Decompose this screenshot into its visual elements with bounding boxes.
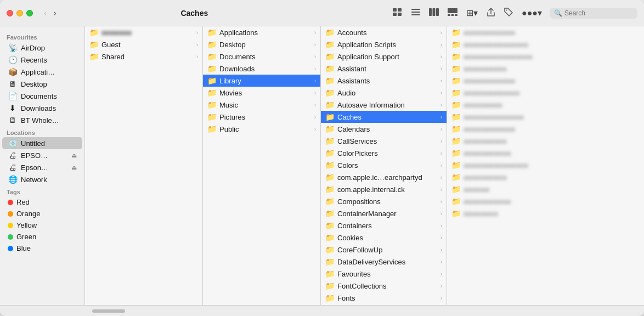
gallery-view-button[interactable] — [447, 7, 459, 19]
col2-item-desktop[interactable]: 📁 Desktop › — [203, 38, 320, 50]
tag-button[interactable] — [503, 7, 514, 20]
col3-item-fontcollections[interactable]: 📁 FontCollections › — [321, 280, 447, 292]
sidebar-item-yellow[interactable]: Yellow — [2, 219, 82, 231]
col2-item-library[interactable]: 📁 Library › — [203, 75, 320, 87]
sidebar-item-applications[interactable]: 📦 Applicati… — [2, 66, 82, 78]
col3-item-assistant[interactable]: 📁 Assistant › — [321, 63, 447, 75]
column-view-button[interactable] — [428, 7, 440, 19]
col4-item-1[interactable]: 📁 ●●●●●●●●●●●● — [447, 26, 644, 38]
col4-item-11[interactable]: 📁 ●●●●●●●●●●● — [447, 147, 644, 159]
col3-item-calendars[interactable]: 📁 Calendars › — [321, 123, 447, 135]
item-name: Audio — [337, 89, 438, 97]
col3-item-callservices[interactable]: 📁 CallServices › — [321, 135, 447, 147]
titlebar: ‹ › Caches — [0, 0, 644, 26]
sidebar-item-blue[interactable]: Blue — [2, 242, 82, 254]
sidebar-item-network[interactable]: 🌐 Network — [2, 173, 82, 185]
col4-item-3[interactable]: 📁 ●●●●●●●●●●●●●●●● — [447, 50, 644, 63]
col4-item-10[interactable]: 📁 ●●●●●●●●●● — [447, 135, 644, 147]
col4-item-14[interactable]: 📁 ●●●●●● — [447, 183, 644, 195]
sidebar-item-epso1[interactable]: 🖨 EPSO… ⏏ — [2, 149, 82, 161]
search-box[interactable]: 🔍 — [550, 8, 637, 19]
col3-item-containermanager[interactable]: 📁 ContainerManager › — [321, 207, 447, 219]
col3-item-autosave[interactable]: 📁 Autosave Information › — [321, 99, 447, 111]
eject-icon[interactable]: ⏏ — [71, 152, 77, 159]
action-button[interactable]: ●●●▾ — [521, 7, 543, 19]
col3-item-favourites[interactable]: 📁 Favourites › — [321, 268, 447, 280]
icon-view-button[interactable] — [392, 7, 404, 19]
sidebar-item-epson2[interactable]: 🖨 Epson… ⏏ — [2, 161, 82, 173]
col3-item-compositions[interactable]: 📁 Compositions › — [321, 195, 447, 207]
col3-item-datadelivery[interactable]: 📁 DataDeliveryServices › — [321, 256, 447, 268]
item-name: CallServices — [337, 137, 438, 145]
col4-item-12[interactable]: 📁 ●●●●●●●●●●●●●●● — [447, 159, 644, 171]
sidebar-item-documents[interactable]: 📄 Documents — [2, 90, 82, 102]
chevron-right-icon: › — [314, 54, 316, 60]
col2-item-documents[interactable]: 📁 Documents › — [203, 50, 320, 63]
col3-item-corefollowup[interactable]: 📁 CoreFollowUp › — [321, 244, 447, 256]
col3-item-com-apple-ic[interactable]: 📁 com.apple.ic…earchpartyd › — [321, 171, 447, 183]
sidebar-item-downloads[interactable]: ⬇ Downloads — [2, 102, 82, 114]
col4-item-5[interactable]: 📁 ●●●●●●●●●●●● — [447, 75, 644, 87]
sidebar-item-untitled[interactable]: 💿 Untitled — [2, 137, 82, 149]
col2-item-music[interactable]: 📁 Music › — [203, 99, 320, 111]
folder-icon: 📁 — [451, 137, 461, 145]
col4-item-16[interactable]: 📁 ●●●●●●●● — [447, 207, 644, 219]
sidebar-item-label: AirDrop — [21, 44, 77, 52]
col4-item-2[interactable]: 📁 ●●●●●●●●●●●●●●● — [447, 38, 644, 50]
col3-item-caches[interactable]: 📁 Caches › — [321, 111, 447, 123]
col4-item-7[interactable]: 📁 ●●●●●●●●● — [447, 99, 644, 111]
chevron-right-icon: › — [440, 235, 442, 241]
sidebar-item-desktop[interactable]: 🖥 Desktop — [2, 78, 82, 90]
col3-item-assistants[interactable]: 📁 Assistants › — [321, 75, 447, 87]
col4-item-13[interactable]: 📁 ●●●●●●●●●● — [447, 171, 644, 183]
item-name: ●●●●●●●●●● — [464, 137, 640, 145]
folder-icon: 📁 — [451, 185, 461, 194]
folder-icon: 📁 — [451, 76, 461, 85]
col4-item-4[interactable]: 📁 ●●●●●●●●●● — [447, 63, 644, 75]
sidebar-item-recents[interactable]: 🕐 Recents — [2, 54, 82, 66]
view-options-button[interactable]: ⊞▾ — [465, 7, 479, 19]
sidebar-item-green[interactable]: Green — [2, 231, 82, 242]
col3-item-containers[interactable]: 📁 Containers › — [321, 219, 447, 232]
col2-item-downloads[interactable]: 📁 Downloads › — [203, 63, 320, 75]
search-input[interactable] — [564, 9, 633, 17]
col3-item-colors[interactable]: 📁 Colors › — [321, 159, 447, 171]
item-name: Application Support — [337, 53, 438, 61]
col3-item-fonts[interactable]: 📁 Fonts › — [321, 292, 447, 304]
column-4: 📁 ●●●●●●●●●●●● 📁 ●●●●●●●●●●●●●●● 📁 ●●●●●… — [447, 26, 644, 305]
sidebar-item-btwhole[interactable]: 🖥 BT Whole… — [2, 114, 82, 126]
col3-item-colorpickers[interactable]: 📁 ColorPickers › — [321, 147, 447, 159]
col2-item-movies[interactable]: 📁 Movies › — [203, 87, 320, 99]
col1-item-blurred[interactable]: 📁 ●●●●●●● › — [85, 26, 202, 38]
chevron-right-icon: › — [314, 30, 316, 36]
col2-item-applications[interactable]: 📁 Applications › — [203, 26, 320, 38]
horizontal-scrollbar[interactable] — [92, 309, 125, 313]
chevron-right-icon: › — [440, 126, 442, 132]
item-name: Autosave Information — [337, 101, 438, 109]
col3-item-accounts[interactable]: 📁 Accounts › — [321, 26, 447, 38]
col3-item-app-scripts[interactable]: 📁 Application Scripts › — [321, 38, 447, 50]
col3-item-cookies[interactable]: 📁 Cookies › — [321, 232, 447, 244]
item-name: Shared — [101, 53, 194, 61]
col4-item-15[interactable]: 📁 ●●●●●●●●●●● — [447, 195, 644, 207]
share-button[interactable] — [485, 6, 496, 20]
eject-icon[interactable]: ⏏ — [71, 164, 77, 171]
col3-item-app-support[interactable]: 📁 Application Support › — [321, 50, 447, 63]
documents-icon: 📄 — [8, 92, 18, 100]
list-view-button[interactable] — [410, 7, 421, 19]
col2-item-pictures[interactable]: 📁 Pictures › — [203, 111, 320, 123]
col2-item-public[interactable]: 📁 Public › — [203, 123, 320, 135]
col4-item-8[interactable]: 📁 ●●●●●●●●●●●●●● — [447, 111, 644, 123]
sidebar-item-red[interactable]: Red — [2, 196, 82, 208]
sidebar-item-airdrop[interactable]: 📡 AirDrop — [2, 42, 82, 54]
col3-item-com-apple-internal[interactable]: 📁 com.apple.internal.ck › — [321, 183, 447, 195]
folder-icon: 📁 — [207, 52, 217, 61]
col4-item-6[interactable]: 📁 ●●●●●●●●●●●●● — [447, 87, 644, 99]
col1-item-guest[interactable]: 📁 Guest › — [85, 38, 202, 50]
sidebar-item-orange[interactable]: Orange — [2, 208, 82, 219]
col3-item-audio[interactable]: 📁 Audio › — [321, 87, 447, 99]
col4-item-9[interactable]: 📁 ●●●●●●●●●●●● — [447, 123, 644, 135]
item-name: Compositions — [337, 198, 438, 206]
svg-rect-2 — [393, 13, 397, 16]
col1-item-shared[interactable]: 📁 Shared › — [85, 50, 202, 63]
